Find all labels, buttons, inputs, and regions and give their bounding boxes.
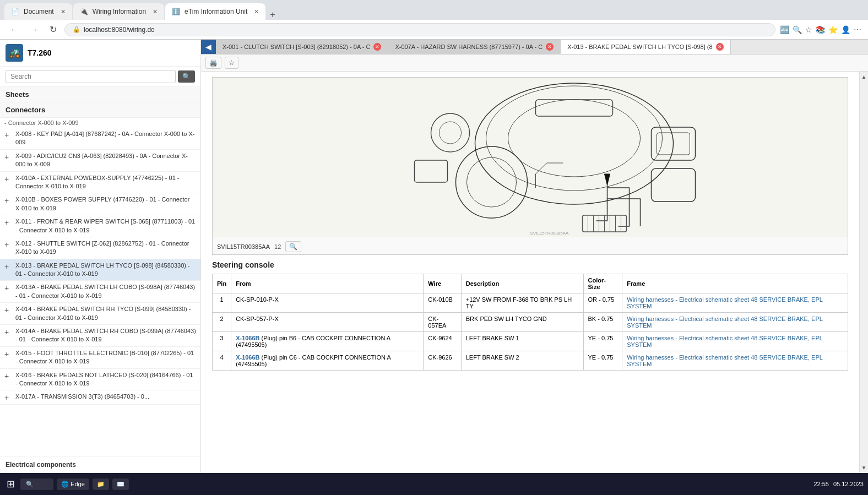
steering-diagram-svg: SVIL15TR00385AA	[213, 78, 848, 237]
col-frame: Frame	[622, 274, 848, 293]
connectors-label: Connectors	[6, 106, 45, 114]
doc-tab-001[interactable]: X-001 - CLUTCH SWITCH [S-003] (82918052)…	[216, 40, 388, 54]
search-input[interactable]	[6, 70, 176, 83]
collection-icon[interactable]: 📚	[816, 25, 825, 34]
bookmark-button[interactable]: ☆	[225, 57, 238, 69]
row3-description: LEFT BRAKE SW 1	[461, 332, 583, 351]
browser-tab-etim-label: eTim Information Unit	[185, 8, 247, 15]
table-row: 1 CK-SP-010-P-X CK-010B +12V SW FROM F-3…	[213, 293, 848, 313]
zoom-icon[interactable]: 🔍	[793, 25, 802, 34]
row2-color-size: BK - 0.75	[583, 313, 622, 332]
sidebar-item-x013-text: X-013 - BRAKE PEDAL SWITCH LH TYCO [S-09…	[15, 262, 196, 279]
back-button[interactable]: ←	[7, 24, 22, 36]
sidebar-item-x015[interactable]: + X-015 - FOOT THROTTLE ELECTRONIC [B-01…	[0, 347, 200, 369]
browser-tab-document-close[interactable]: ✕	[61, 8, 66, 15]
star-icon[interactable]: ☆	[805, 25, 812, 34]
translate-icon[interactable]: 🔤	[780, 25, 789, 34]
taskbar-search[interactable]: 🔍	[20, 478, 53, 490]
expand-icon-x017: +	[4, 393, 13, 402]
doc-tab-007a-close[interactable]: ✕	[546, 43, 554, 51]
taskbar-date: 05.12.2023	[833, 481, 864, 487]
svg-text:SVIL15TR00385AA: SVIL15TR00385AA	[530, 231, 569, 236]
row1-frame-link[interactable]: Wiring harnesses - Electrical schematic …	[627, 296, 822, 309]
sidebar-item-x014a[interactable]: + X-014A - BRAKE PEDAL SWITCH RH COBO [S…	[0, 325, 200, 347]
row3-color-size: YE - 0.75	[583, 332, 622, 351]
forward-button[interactable]: →	[26, 24, 42, 36]
sidebar-divider: - Connector X-000 to X-009	[0, 118, 200, 128]
sidebar-item-x011[interactable]: + X-011 - FRONT & REAR WIPER SWITCH [S-0…	[0, 215, 200, 237]
sidebar-item-x009[interactable]: + X-009 - ADIC/ICU2 CN3 [A-063] (8202849…	[0, 150, 200, 172]
row1-from: CK-SP-010-P-X	[231, 293, 424, 313]
browser-tab-document[interactable]: 📄 Document ✕	[4, 3, 72, 20]
taskbar: ⊞ 🔍 🌐 Edge 📁 ✉️ 22:55 05.12.2023	[0, 473, 868, 495]
sidebar-header: 🚜 T7.260	[0, 40, 200, 67]
sidebar-item-x012[interactable]: + X-012 - SHUTTLE SWITCH [Z-062] (828627…	[0, 237, 200, 259]
sidebar-item-x014-text: X-014 - BRAKE PEDAL SWITCH RH TYCO [S-09…	[15, 305, 196, 322]
expand-icon-x015: +	[4, 350, 13, 358]
scroll-down-icon[interactable]: ▼	[859, 463, 868, 473]
sidebar-item-x013[interactable]: + X-013 - BRAKE PEDAL SWITCH LH TYCO [S-…	[0, 259, 200, 281]
sidebar-item-x017[interactable]: + X-017A - TRANSMISSION 3(T3) (84654703)…	[0, 390, 200, 405]
doc-tab-007a[interactable]: X-007A - HAZARD SW HARNESS (87715977) - …	[388, 40, 561, 54]
row4-color-size: YE - 0.75	[583, 351, 622, 371]
sidebar-item-x010a-text: X-010A - EXTERNAL POWEBOX-SUPPLY (477462…	[15, 174, 196, 191]
diagram-container: SVIL15TR00385AA SVIL15TR00385AA 12 🔍	[212, 77, 848, 255]
table-row: 2 CK-SP-057-P-X CK-057EA BRK PED SW LH T…	[213, 313, 848, 332]
sidebar-item-x008[interactable]: + X-008 - KEY PAD [A-014] (87687242) - 0…	[0, 128, 200, 150]
row3-frame-link[interactable]: Wiring harnesses - Electrical schematic …	[627, 335, 822, 348]
diagram-page: 12	[274, 243, 281, 250]
new-tab-button[interactable]: +	[267, 10, 278, 20]
more-icon[interactable]: ⋯	[854, 25, 861, 34]
sidebar-item-x010a[interactable]: + X-010A - EXTERNAL POWEBOX-SUPPLY (4774…	[0, 172, 200, 194]
row3-from-link[interactable]: X-1066B	[236, 335, 259, 341]
doc-tab-007a-label: X-007A - HAZARD SW HARNESS (87715977) - …	[395, 43, 542, 50]
browser-tab-etim[interactable]: ℹ️ eTim Information Unit ✕	[165, 3, 265, 20]
row1-frame: Wiring harnesses - Electrical schematic …	[622, 293, 848, 313]
browser-tab-wiring[interactable]: 🔌 Wiring Information ✕	[73, 3, 164, 20]
content-scroll[interactable]: CNHi	[201, 72, 859, 473]
row1-description: +12V SW FROM F-368 TO BRK PS LH TY	[461, 293, 583, 313]
taskbar-app-mail[interactable]: ✉️	[112, 478, 129, 490]
sidebar-item-x016[interactable]: + X-016 - BRAKE PEDALS NOT LATHCED [S-02…	[0, 369, 200, 391]
favorites-icon[interactable]: ⭐	[828, 25, 838, 34]
taskbar-app-explorer[interactable]: 📁	[93, 478, 109, 490]
row1-pin: 1	[213, 293, 231, 313]
search-button[interactable]: 🔍	[178, 70, 195, 83]
print-button[interactable]: 🖨️	[205, 57, 221, 69]
profile-icon[interactable]: 👤	[841, 25, 850, 34]
sidebar-item-x016-text: X-016 - BRAKE PEDALS NOT LATHCED [S-020]…	[15, 371, 196, 388]
col-color-size: Color-Size	[583, 274, 622, 293]
wiring-tab-icon: 🔌	[80, 8, 88, 15]
expand-icon-x010a: +	[4, 175, 13, 183]
sheets-label: Sheets	[6, 90, 29, 99]
browser-tab-wiring-close[interactable]: ✕	[153, 8, 158, 15]
diagram-zoom-button[interactable]: 🔍	[285, 241, 301, 252]
doc-tab-013[interactable]: X-013 - BRAKE PEDAL SWITCH LH TYCO [S-09…	[561, 40, 730, 54]
doc-tab-013-close[interactable]: ✕	[716, 43, 724, 51]
expand-icon-x014a: +	[4, 328, 13, 336]
sidebar-item-x014[interactable]: + X-014 - BRAKE PEDAL SWITCH RH TYCO [S-…	[0, 303, 200, 325]
right-scrollbar[interactable]: ▲ ▼	[859, 72, 868, 473]
row4-description: LEFT BRAKE SW 2	[461, 351, 583, 371]
doc-tab-001-close[interactable]: ✕	[373, 43, 381, 51]
electrical-components-label: Electrical components	[6, 461, 76, 469]
reload-button[interactable]: ↻	[46, 23, 60, 36]
row2-frame-link[interactable]: Wiring harnesses - Electrical schematic …	[627, 316, 822, 329]
url-box[interactable]: 🔒 localhost:8080/wiring.do	[64, 23, 775, 36]
expand-icon-x009: +	[4, 153, 13, 161]
row4-frame-link[interactable]: Wiring harnesses - Electrical schematic …	[627, 354, 822, 367]
collapse-sidebar-button[interactable]: ◀	[201, 40, 216, 54]
sidebar-item-x013a[interactable]: + X-013A - BRAKE PEDAL SWITCH LH COBO [S…	[0, 281, 200, 303]
row4-from-link[interactable]: X-1066B	[236, 354, 259, 361]
browser-tab-etim-close[interactable]: ✕	[254, 8, 259, 15]
expand-icon-x016: +	[4, 372, 13, 380]
table-row: 4 X-1066B (Plug) pin C6 - CAB COCKPIT CO…	[213, 351, 848, 371]
start-button[interactable]: ⊞	[4, 476, 17, 492]
table-row: 3 X-1066B (Plug) pin B6 - CAB COCKPIT CO…	[213, 332, 848, 351]
taskbar-app-browser[interactable]: 🌐 Edge	[57, 478, 89, 490]
expand-icon-x008: +	[4, 130, 13, 139]
main-layout: 🚜 T7.260 🔍 Sheets Connectors - Connector…	[0, 40, 868, 473]
scroll-up-icon[interactable]: ▲	[859, 72, 868, 82]
sidebar-item-x010b[interactable]: + X-010B - BOXES POWER SUPPLY (47746220)…	[0, 193, 200, 215]
taskbar-right: 22:55 05.12.2023	[813, 481, 864, 487]
